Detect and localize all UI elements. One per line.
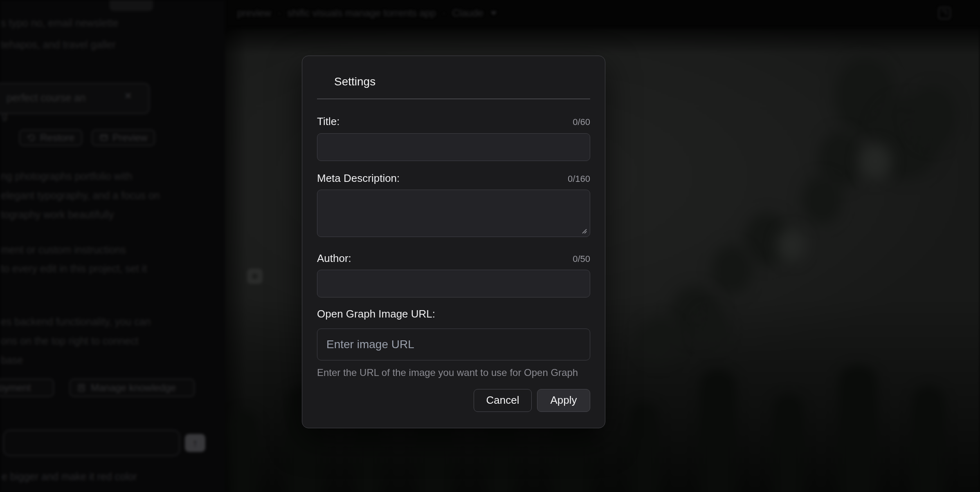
tree-shape	[356, 423, 380, 492]
resize-handle-icon[interactable]	[581, 228, 587, 234]
attachment-chip-label: perfect course an	[7, 92, 85, 104]
chat-line: elegant typography, and a focus on	[1, 190, 160, 201]
breadcrumb-separator: ·	[443, 7, 446, 19]
breadcrumb-separator: ·	[278, 7, 281, 19]
foliage-blur	[695, 311, 728, 347]
app-root: s typo no, email newslettetehapos, and t…	[0, 0, 980, 492]
og-image-url-input[interactable]	[317, 329, 590, 360]
preview-icon	[99, 133, 108, 142]
meta-description-textarea[interactable]	[317, 190, 590, 237]
knowledge-icon	[77, 383, 86, 392]
chat-message-fragment: s typo no, email newslettetehapos, and t…	[1, 12, 119, 56]
chat-input[interactable]	[3, 430, 180, 456]
chat-line: base	[1, 354, 23, 366]
chat-sidebar: s typo no, email newslettetehapos, and t…	[0, 0, 225, 492]
foliage-blur	[712, 245, 753, 294]
attachment-chip[interactable]: perfect course an ×	[0, 83, 150, 114]
breadcrumb-item-preview[interactable]: preview	[237, 7, 271, 19]
expand-icon[interactable]	[938, 7, 951, 19]
chat-line: s typo no, email newslette	[1, 17, 119, 29]
divider	[317, 98, 590, 99]
chat-line: ment or custom instructions	[1, 244, 126, 255]
send-button[interactable]: ↑	[185, 434, 205, 452]
author-field-row: Author: 0/50	[317, 252, 590, 265]
breadcrumb[interactable]: preview · shific visuals manage torrents…	[237, 7, 497, 19]
chat-line: ng photographs portfolio with	[1, 170, 132, 182]
preview-button-label: Preview	[112, 132, 147, 143]
restore-button-label: Restore	[40, 132, 74, 143]
author-label: Author:	[317, 252, 351, 265]
chat-message-fragment: ment or custom instructionsto every edit…	[1, 240, 147, 278]
foliage-blur	[859, 143, 892, 180]
chat-line: ons on the top right to connect	[1, 335, 138, 347]
chat-message-fragment: ng photographs portfolio withelegant typ…	[1, 167, 160, 224]
image-placeholder-icon	[247, 268, 263, 284]
og-image-helper-text: Enter the URL of the image you want to u…	[317, 367, 590, 378]
send-icon: ↑	[193, 437, 198, 450]
tree-shape	[773, 394, 804, 492]
manage-knowledge-label: Manage knowledge	[91, 382, 176, 394]
foliage-blur	[777, 229, 806, 262]
title-char-counter: 0/60	[573, 117, 590, 127]
tree-shape	[838, 365, 877, 492]
breadcrumb-item-app[interactable]: shific visuals manage torrents app	[288, 7, 436, 19]
restore-icon	[27, 133, 36, 142]
chat-message-fragment: e bigger and make it red color	[2, 471, 137, 483]
foliage-blur	[908, 86, 957, 147]
deployment-button-label: ployment	[0, 382, 31, 394]
chat-line: to every edit in this project, set it	[1, 263, 147, 274]
apply-button[interactable]: Apply	[537, 389, 590, 412]
settings-dialog: Settings Title: 0/60 Meta Description: 0…	[302, 56, 605, 428]
sidebar-top-tab	[110, 0, 153, 11]
author-char-counter: 0/50	[573, 254, 590, 264]
tree-shape	[912, 386, 945, 492]
restore-button[interactable]: Restore	[19, 130, 82, 146]
title-field-row: Title: 0/60	[317, 115, 590, 128]
chat-line: g	[2, 110, 7, 121]
og-image-field-row: Open Graph Image URL:	[317, 307, 590, 320]
deployment-button[interactable]: ployment	[0, 379, 54, 397]
meta-description-char-counter: 0/160	[568, 174, 590, 184]
close-icon[interactable]: ×	[124, 89, 132, 102]
title-input[interactable]	[317, 133, 590, 161]
top-bar: preview · shific visuals manage torrents…	[225, 0, 980, 28]
chevron-down-icon[interactable]	[491, 11, 497, 15]
meta-description-label: Meta Description:	[317, 172, 400, 185]
chat-line: tography work beautifully	[1, 209, 114, 220]
tree-shape	[229, 410, 258, 492]
chat-line: tehapos, and travel galler	[1, 39, 116, 50]
title-label: Title:	[317, 115, 339, 128]
tree-shape	[630, 402, 659, 492]
chat-message-fragment: es backend functionality, you canons on …	[1, 312, 151, 370]
breadcrumb-item-claude[interactable]: Claude	[452, 7, 483, 19]
chat-line: es backend functionality, you can	[1, 316, 151, 327]
artifact-actions: Restore Preview	[19, 130, 155, 146]
foliage-blur	[802, 176, 843, 225]
dialog-actions: Cancel Apply	[317, 389, 590, 412]
og-image-url-label: Open Graph Image URL:	[317, 307, 435, 320]
preview-button[interactable]: Preview	[92, 130, 155, 146]
meta-description-wrapper	[317, 190, 590, 237]
author-input[interactable]	[317, 270, 590, 297]
meta-description-field-row: Meta Description: 0/160	[317, 172, 590, 185]
tree-shape	[699, 369, 736, 492]
cancel-button[interactable]: Cancel	[474, 389, 532, 412]
dialog-title: Settings	[334, 75, 590, 89]
manage-knowledge-button[interactable]: Manage knowledge	[70, 379, 195, 397]
